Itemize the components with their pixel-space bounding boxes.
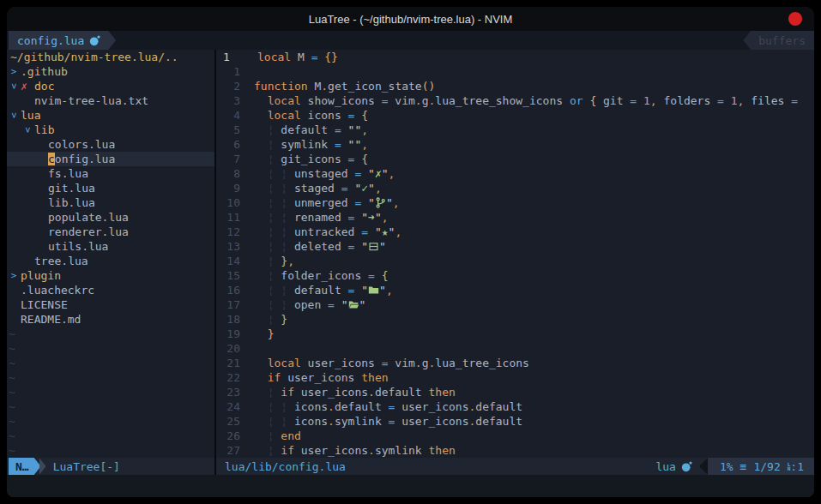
code-line[interactable]: 23 ¦ if user_icons.default then <box>220 385 814 399</box>
tree-item-label: config.lua <box>48 152 115 166</box>
line-number: 1 <box>220 50 251 64</box>
tree-item-tree.lua[interactable]: tree.lua <box>7 254 214 268</box>
line-number: 21 <box>220 356 247 370</box>
line-indicator: 1/92 <box>753 460 780 473</box>
code-line[interactable]: 21 local user_icons = vim.g.lua_tree_ico… <box>220 356 814 370</box>
chevron-down-icon: > <box>7 109 21 123</box>
code-line[interactable]: 24 ¦ ¦ icons.default = user_icons.defaul… <box>220 399 814 414</box>
code-line[interactable]: 3 local show_icons = vim.g.lua_tree_show… <box>220 93 814 108</box>
line-number: 2 <box>220 79 247 93</box>
code-line[interactable]: 13 ¦ ¦ deleted = "" <box>220 239 814 254</box>
code-line[interactable]: 8 ¦ ¦ unstaged = "✗", <box>220 166 814 181</box>
tree-item-LICENSE[interactable]: LICENSE <box>7 297 214 312</box>
code-line[interactable]: 1local M = {} <box>220 50 814 64</box>
code-line[interactable]: 9 ¦ ¦ staged = "✓", <box>220 181 814 195</box>
code-text: ¦ ¦ icons.default = user_icons.default <box>254 399 814 414</box>
status-right: lua/lib/config.lua lua 1% ≡ 1/92 LN:1 <box>216 458 814 475</box>
tree-item-label: colors.lua <box>48 137 115 152</box>
status-right-group: lua 1% ≡ 1/92 LN:1 <box>655 458 814 475</box>
code-line[interactable]: 1 <box>220 64 814 79</box>
tree-window-title: LuaTree[-] <box>53 460 120 473</box>
code-line[interactable]: 22 if user_icons then <box>220 370 814 385</box>
code-text: ¦ } <box>254 312 814 327</box>
code-line[interactable]: 15 ¦ folder_icons = { <box>220 268 814 283</box>
tree-item-lib.lua[interactable]: lib.lua <box>7 195 214 210</box>
line-number: 14 <box>220 254 247 268</box>
code-text: ¦ ¦ icons.symlink = user_icons.default <box>254 414 814 429</box>
tree-item-.luacheckrc[interactable]: .luacheckrc <box>7 283 214 297</box>
tree-item-lib[interactable]: >lib <box>7 123 214 137</box>
line-number: 11 <box>220 210 247 225</box>
command-line[interactable] <box>7 475 814 497</box>
line-number: 22 <box>220 370 247 385</box>
code-text: ¦ ¦ untracked = "★", <box>254 225 814 239</box>
tab-config-lua[interactable]: config.lua <box>9 31 116 50</box>
git-branch-icon <box>375 197 386 208</box>
code-line[interactable]: 26 ¦ end <box>220 429 814 443</box>
code-line[interactable]: 16 ¦ ¦ default = "", <box>220 283 814 297</box>
tree-item-plugin[interactable]: >plugin <box>7 268 214 283</box>
block-cursor: c <box>48 153 55 165</box>
tree-item-README.md[interactable]: README.md <box>7 312 214 327</box>
code-text: ¦ default = "", <box>254 123 814 137</box>
code-line[interactable]: 14 ¦ }, <box>220 254 814 268</box>
code-line[interactable]: 25 ¦ ¦ icons.symlink = user_icons.defaul… <box>220 414 814 429</box>
line-number: 17 <box>220 297 247 312</box>
code-line[interactable]: 4 local icons = { <box>220 108 814 123</box>
buffers-label-chunk[interactable]: buffers <box>743 31 814 50</box>
status-file-path: lua/lib/config.lua <box>225 460 346 473</box>
status-left: N… LuaTree[-] <box>7 458 214 475</box>
close-button[interactable] <box>788 12 802 26</box>
tree-item-label: utils.lua <box>48 239 108 254</box>
tree-item-githubnvim-tree.lua..[interactable]: ~/github/nvim-tree.lua/.. <box>7 50 214 64</box>
tree-item-label: README.md <box>21 312 81 327</box>
line-number: 9 <box>220 181 247 195</box>
file-tree: ~/github/nvim-tree.lua/..>.github>✗docnv… <box>7 50 214 458</box>
code-line[interactable]: 18 ¦ } <box>220 312 814 327</box>
code-line[interactable]: 27 ¦ if user_icons.symlink then <box>220 443 814 458</box>
tree-item-nvim-tree-lua.txt[interactable]: nvim-tree-lua.txt <box>7 93 214 108</box>
code-line[interactable]: 10 ¦ ¦ unmerged = "", <box>220 195 814 210</box>
tree-item-utils.lua[interactable]: utils.lua <box>7 239 214 254</box>
tree-item-renderer.lua[interactable]: renderer.lua <box>7 225 214 239</box>
code-line[interactable]: 17 ¦ ¦ open = "" <box>220 297 814 312</box>
editor-main: ~/github/nvim-tree.lua/..>.github>✗docnv… <box>7 50 814 458</box>
buffers-label: buffers <box>758 34 806 47</box>
line-number: 20 <box>220 341 247 356</box>
tree-item-fs.lua[interactable]: fs.lua <box>7 166 214 181</box>
tree-item-config.lua[interactable]: config.lua <box>7 152 214 166</box>
code-text: ¦ end <box>254 429 814 443</box>
empty-line-tilde: ~ <box>7 443 214 458</box>
code-text: if user_icons then <box>254 370 814 385</box>
code-line[interactable]: 2function M.get_icon_state() <box>220 79 814 93</box>
code-line[interactable]: 19 } <box>220 327 814 341</box>
code-line[interactable]: 11 ¦ ¦ renamed = "➜", <box>220 210 814 225</box>
folder-open-icon <box>348 299 359 310</box>
powerline-chevron-left-icon <box>699 458 708 475</box>
tree-item-populate.lua[interactable]: populate.lua <box>7 210 214 225</box>
line-number: 5 <box>220 123 247 137</box>
code-lines: 1local M = {}12function M.get_icon_state… <box>216 50 814 458</box>
tree-item-git.lua[interactable]: git.lua <box>7 181 214 195</box>
tree-item-.github[interactable]: >.github <box>7 64 214 79</box>
line-number: 15 <box>220 268 247 283</box>
code-line[interactable]: 20 <box>220 341 814 356</box>
code-line[interactable]: 7 ¦ git_icons = { <box>220 152 814 166</box>
line-number: 19 <box>220 327 247 341</box>
tree-item-label: populate.lua <box>48 210 129 225</box>
tree-item-label: lib.lua <box>48 195 95 210</box>
empty-line-tilde: ~ <box>7 385 214 399</box>
scroll-percent: 1% <box>720 460 733 473</box>
nvim-window: LuaTree - (~/github/nvim-tree.lua) - NVI… <box>7 7 814 497</box>
code-line[interactable]: 12 ¦ ¦ untracked = "★", <box>220 225 814 239</box>
tab-line: config.lua buffers <box>7 31 814 50</box>
line-number: 4 <box>220 108 247 123</box>
lua-moon-icon <box>681 461 692 472</box>
code-line[interactable]: 6 ¦ symlink = "", <box>220 137 814 152</box>
empty-line-tilde: ~ <box>7 356 214 370</box>
tree-item-lua[interactable]: >lua <box>7 108 214 123</box>
tree-item-doc[interactable]: >✗doc <box>7 79 214 93</box>
code-line[interactable]: 5 ¦ default = "", <box>220 123 814 137</box>
tree-item-colors.lua[interactable]: colors.lua <box>7 137 214 152</box>
line-number: 6 <box>220 137 247 152</box>
